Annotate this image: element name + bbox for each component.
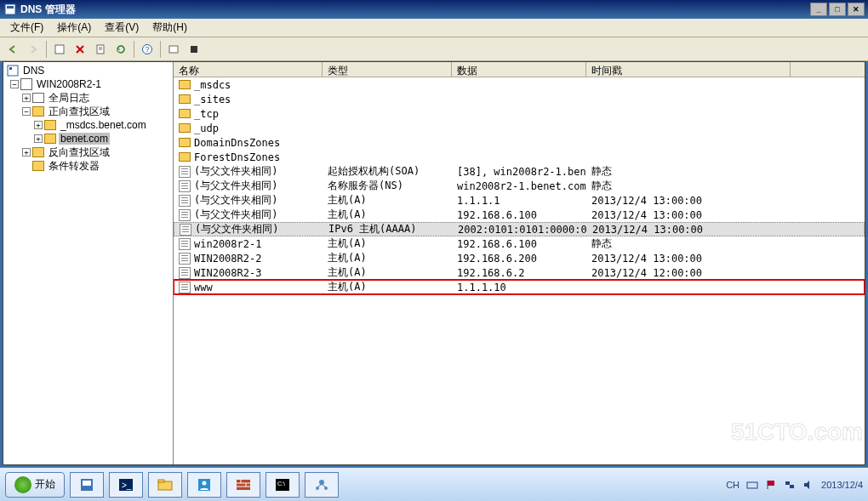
column-data[interactable]: 数据 xyxy=(452,62,586,77)
column-timestamp[interactable]: 时间戳 xyxy=(586,62,791,77)
svg-rect-32 xyxy=(747,482,757,488)
network-tray-icon[interactable] xyxy=(784,479,796,491)
folder-icon xyxy=(32,161,44,171)
window-buttons: _ □ ✕ xyxy=(810,3,865,16)
minimize-button[interactable]: _ xyxy=(810,3,827,16)
svg-rect-17 xyxy=(158,480,164,482)
stop-button[interactable] xyxy=(185,40,203,59)
windows-orb-icon xyxy=(14,476,31,493)
task-powershell[interactable]: >_ xyxy=(109,472,143,498)
list-row[interactable]: _udp xyxy=(174,121,865,135)
separator xyxy=(46,41,47,58)
window-title: DNS 管理器 xyxy=(20,3,810,17)
collapse-icon[interactable]: − xyxy=(22,107,31,116)
list-row[interactable]: _msdcs xyxy=(174,77,865,92)
folder-icon xyxy=(179,138,191,147)
svg-rect-11 xyxy=(9,67,12,70)
list-row[interactable]: ForestDnsZones xyxy=(174,150,865,164)
list-row[interactable]: win2008r2-1主机(A)192.168.6.100静态 xyxy=(174,236,865,251)
menu-view[interactable]: 查看(V) xyxy=(98,19,146,37)
record-icon xyxy=(179,166,191,178)
new-button[interactable] xyxy=(50,40,69,59)
ime-indicator[interactable]: CH xyxy=(726,480,740,490)
separator xyxy=(160,41,161,58)
start-button[interactable]: 开始 xyxy=(5,472,65,498)
column-name[interactable]: 名称 xyxy=(174,62,323,77)
list-row[interactable]: (与父文件夹相同)主机(A)192.168.6.1002013/12/4 13:… xyxy=(174,208,865,222)
folder-icon xyxy=(32,106,44,117)
tree-benet-zone[interactable]: + benet.com xyxy=(5,132,171,145)
properties-button[interactable] xyxy=(91,40,110,59)
list-row[interactable]: (与父文件夹相同)主机(A)1.1.1.12013/12/4 13:00:00 xyxy=(174,193,865,208)
forward-button[interactable] xyxy=(24,40,43,59)
tree-msdcs-zone[interactable]: + _msdcs.benet.com xyxy=(5,118,171,132)
keyboard-icon[interactable] xyxy=(746,479,758,491)
list-body[interactable]: _msdcs_sites_tcp_udpDomainDnsZonesForest… xyxy=(174,77,865,464)
svg-text:C:\: C:\ xyxy=(277,481,285,487)
volume-icon[interactable] xyxy=(802,479,814,491)
refresh-button[interactable] xyxy=(111,40,130,59)
tree-conditional-forwarders[interactable]: 条件转发器 xyxy=(5,159,171,173)
tree-forward-zone[interactable]: − 正向查找区域 xyxy=(5,105,171,118)
server-icon xyxy=(20,78,32,90)
system-tray[interactable]: CH 2013/12/4 xyxy=(726,479,863,491)
separator xyxy=(134,41,134,58)
main-panel: DNS − WIN2008R2-1 + 全局日志 − 正向查找区域 + _msd… xyxy=(3,61,865,465)
task-server-manager[interactable] xyxy=(70,472,104,498)
app-icon xyxy=(3,3,17,16)
record-icon xyxy=(179,180,191,192)
list-row[interactable]: www主机(A)1.1.1.10 xyxy=(174,280,865,294)
list-header: 名称 类型 数据 时间戳 xyxy=(174,62,865,77)
list-row[interactable]: WIN2008R2-2主机(A)192.168.6.2002013/12/4 1… xyxy=(174,251,865,265)
record-icon xyxy=(179,282,191,293)
svg-rect-10 xyxy=(8,65,18,76)
column-type[interactable]: 类型 xyxy=(323,62,452,77)
svg-rect-0 xyxy=(5,4,15,14)
tray-clock[interactable]: 2013/12/4 xyxy=(821,480,863,490)
filter-button[interactable] xyxy=(164,40,183,59)
expand-icon[interactable]: + xyxy=(34,121,43,129)
svg-text:>_: >_ xyxy=(122,481,132,490)
svg-line-30 xyxy=(317,484,322,487)
list-row[interactable]: (与父文件夹相同)起始授权机构(SOA)[38], win2008r2-1.be… xyxy=(174,164,865,179)
task-explorer[interactable] xyxy=(148,472,182,498)
expand-icon[interactable]: + xyxy=(22,148,31,157)
tree-global-log[interactable]: + 全局日志 xyxy=(5,91,171,105)
flag-icon[interactable] xyxy=(765,479,777,491)
menu-bar: 文件(F) 操作(A) 查看(V) 帮助(H) xyxy=(0,19,868,37)
task-dns[interactable] xyxy=(305,472,339,498)
task-cmd[interactable]: C:\ xyxy=(266,472,300,498)
collapse-icon[interactable]: − xyxy=(10,80,19,88)
close-button[interactable]: ✕ xyxy=(848,3,865,16)
list-row[interactable]: DomainDnsZones xyxy=(174,135,865,150)
svg-rect-36 xyxy=(790,485,794,488)
svg-point-19 xyxy=(203,481,207,485)
help-toolbar-button[interactable]: ? xyxy=(138,40,157,59)
list-row[interactable]: (与父文件夹相同)名称服务器(NS)win2008r2-1.benet.com.… xyxy=(174,179,865,193)
svg-rect-1 xyxy=(7,6,14,9)
folder-icon xyxy=(179,80,191,89)
list-row[interactable]: (与父文件夹相同)IPv6 主机(AAAA)2002:0101:0101:000… xyxy=(174,222,865,236)
back-button[interactable] xyxy=(3,40,22,59)
task-ad-users[interactable] xyxy=(187,472,221,498)
task-firewall[interactable] xyxy=(226,472,260,498)
folder-icon xyxy=(32,93,44,103)
tree-view[interactable]: DNS − WIN2008R2-1 + 全局日志 − 正向查找区域 + _msd… xyxy=(3,62,174,464)
menu-file[interactable]: 文件(F) xyxy=(3,19,50,37)
list-row[interactable]: _tcp xyxy=(174,106,865,121)
tree-root-dns[interactable]: DNS xyxy=(5,64,171,77)
title-bar: DNS 管理器 _ □ ✕ xyxy=(0,0,868,19)
folder-icon xyxy=(32,147,44,157)
taskbar: 开始 >_ C:\ CH 2013/12/4 xyxy=(0,467,868,501)
tree-reverse-zone[interactable]: + 反向查找区域 xyxy=(5,145,171,159)
list-row[interactable]: WIN2008R2-3主机(A)192.168.6.22013/12/4 12:… xyxy=(174,265,865,280)
menu-help[interactable]: 帮助(H) xyxy=(146,19,194,37)
svg-rect-2 xyxy=(55,45,64,54)
tree-server[interactable]: − WIN2008R2-1 xyxy=(5,77,171,91)
expand-icon[interactable]: + xyxy=(34,134,43,143)
delete-button[interactable] xyxy=(71,40,89,59)
maximize-button[interactable]: □ xyxy=(829,3,846,16)
menu-action[interactable]: 操作(A) xyxy=(50,19,98,37)
list-row[interactable]: _sites xyxy=(174,92,865,106)
expand-icon[interactable]: + xyxy=(22,94,31,102)
